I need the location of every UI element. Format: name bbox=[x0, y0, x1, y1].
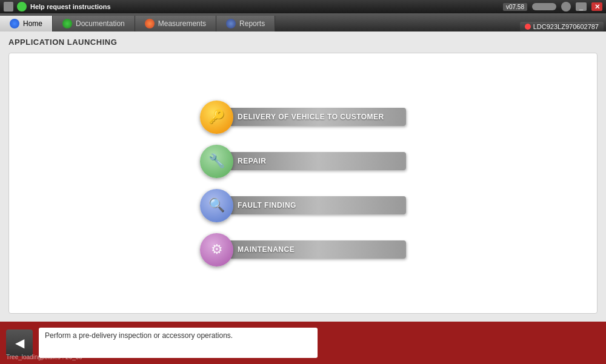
minimize-button[interactable]: _ bbox=[576, 2, 587, 11]
section-title: APPLICATION LAUNCHING bbox=[8, 38, 598, 47]
tab-documentation[interactable]: Documentation bbox=[53, 16, 135, 31]
app-icon bbox=[4, 2, 13, 12]
doc-tab-icon bbox=[62, 19, 72, 28]
status-bar: ◀ Perform a pre-delivery inspection or a… bbox=[0, 322, 606, 364]
status-text: Perform a pre-delivery inspection or acc… bbox=[45, 331, 233, 340]
nav-bar: Home Documentation Measurements Reports … bbox=[0, 13, 606, 31]
rep-tab-icon bbox=[226, 19, 236, 28]
repair-label-bar: REPAIR bbox=[230, 152, 406, 170]
delivery-icon: 🔑 bbox=[200, 101, 233, 134]
repair-label: REPAIR bbox=[238, 157, 266, 165]
tab-home[interactable]: Home bbox=[0, 16, 53, 31]
maintenance-label-bar: MAINTENANCE bbox=[230, 240, 406, 259]
close-button[interactable]: ✕ bbox=[591, 2, 602, 11]
tab-reports[interactable]: Reports bbox=[216, 16, 275, 31]
status-bar-wrapper: ◀ Perform a pre-delivery inspection or a… bbox=[0, 322, 606, 364]
tab-reports-label: Reports bbox=[239, 19, 265, 28]
maintenance-icon: ⚙ bbox=[200, 233, 233, 266]
delivery-button[interactable]: 🔑 DELIVERY OF VEHICLE TO CUSTOMER bbox=[200, 101, 406, 134]
delivery-icon-glyph: 🔑 bbox=[208, 109, 225, 125]
tab-home-label: Home bbox=[23, 19, 42, 28]
vehicle-badge-dot bbox=[525, 24, 531, 30]
vehicle-badge: LDC923LZ970602787 bbox=[520, 22, 604, 31]
maintenance-label: MAINTENANCE bbox=[238, 245, 295, 254]
repair-icon: 🔧 bbox=[200, 145, 233, 178]
delivery-label-bar: DELIVERY OF VEHICLE TO CUSTOMER bbox=[230, 108, 406, 126]
vehicle-id: LDC923LZ970602787 bbox=[533, 23, 599, 30]
system-bar: Help request instructions v07.58 _ ✕ bbox=[0, 0, 606, 13]
speaker-icon bbox=[561, 2, 571, 12]
delivery-label: DELIVERY OF VEHICLE TO CUSTOMER bbox=[238, 113, 384, 121]
footer-text: Tree_loadingpolux.s : 26_00 bbox=[6, 354, 82, 360]
main-content: APPLICATION LAUNCHING 🔑 DELIVERY OF VEHI… bbox=[0, 31, 606, 322]
app-buttons-container: 🔑 DELIVERY OF VEHICLE TO CUSTOMER 🔧 REPA… bbox=[200, 101, 406, 266]
tab-measurements[interactable]: Measurements bbox=[135, 16, 216, 31]
home-tab-icon bbox=[10, 19, 19, 28]
nav-bar-right: LDC923LZ970602787 bbox=[520, 22, 604, 31]
repair-button[interactable]: 🔧 REPAIR bbox=[200, 145, 406, 178]
tab-meas-label: Measurements bbox=[158, 19, 206, 28]
status-icon-green bbox=[17, 2, 27, 12]
repair-icon-glyph: 🔧 bbox=[208, 153, 225, 169]
fault-label-bar: FAULT FINDING bbox=[230, 196, 406, 214]
volume-slider[interactable] bbox=[532, 3, 556, 10]
maintenance-icon-glyph: ⚙ bbox=[211, 242, 223, 257]
fault-icon: 🔍 bbox=[200, 189, 233, 222]
system-bar-right: v07.58 _ ✕ bbox=[503, 2, 602, 12]
tab-doc-label: Documentation bbox=[76, 19, 125, 28]
maintenance-button[interactable]: ⚙ MAINTENANCE bbox=[200, 233, 406, 266]
fault-icon-glyph: 🔍 bbox=[208, 197, 225, 213]
back-arrow-icon: ◀ bbox=[15, 336, 24, 350]
app-panel: 🔑 DELIVERY OF VEHICLE TO CUSTOMER 🔧 REPA… bbox=[8, 53, 598, 314]
system-bar-left: Help request instructions bbox=[4, 2, 111, 12]
fault-label: FAULT FINDING bbox=[238, 201, 296, 210]
meas-tab-icon bbox=[145, 19, 155, 28]
version-badge: v07.58 bbox=[503, 3, 527, 11]
system-bar-title: Help request instructions bbox=[30, 3, 111, 10]
fault-button[interactable]: 🔍 FAULT FINDING bbox=[200, 189, 406, 222]
